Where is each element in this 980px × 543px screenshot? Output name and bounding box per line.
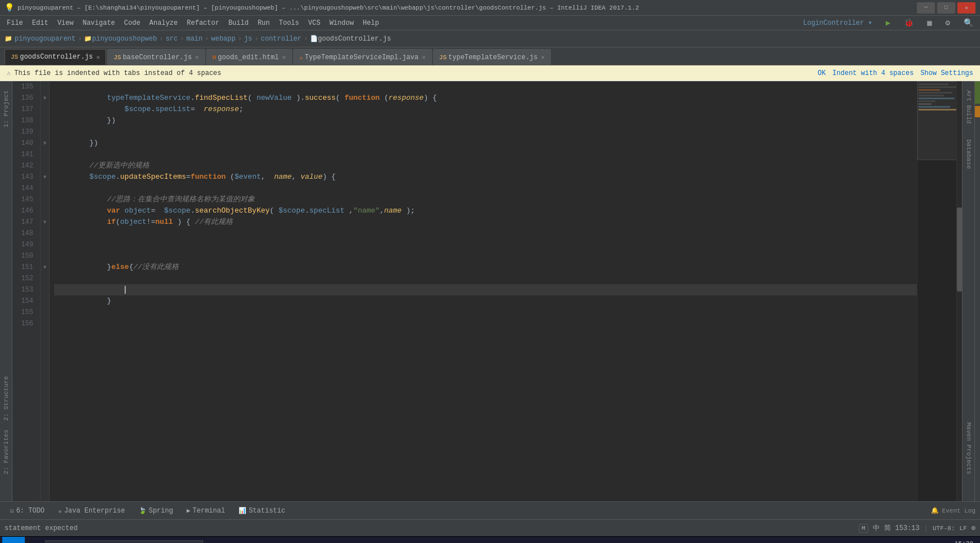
menu-view[interactable]: View: [53, 18, 78, 28]
menu-window[interactable]: Window: [325, 18, 358, 28]
taskbar-app2[interactable]: 🗂: [324, 537, 346, 544]
event-log-label[interactable]: Event Log: [942, 507, 975, 514]
status-position[interactable]: 153:13: [895, 524, 920, 532]
status-cjk: 中: [873, 523, 880, 533]
java-icon: ☕: [58, 507, 62, 514]
status-mode: M: [859, 524, 868, 533]
taskbar-explorer[interactable]: 📁: [205, 537, 228, 544]
left-panel-tabs: 1: Project 2: Structure 2: Favorites: [0, 81, 12, 501]
tab-typetemplate-impl[interactable]: ☕ TypeTemplateServiceImpl.java ✕: [293, 49, 432, 65]
menu-help[interactable]: Help: [358, 18, 383, 28]
menu-edit[interactable]: Edit: [28, 18, 53, 28]
notification-text: This file is indented with tabs instead …: [14, 69, 818, 77]
right-edge-strip: [974, 81, 980, 501]
title-text: pinyougouparent – [E:\shanghai34\pinyoug…: [17, 5, 639, 11]
notif-ok-link[interactable]: OK: [818, 69, 826, 77]
taskbar-app3[interactable]: 📊: [347, 537, 370, 544]
notif-icon: ⚠: [7, 69, 11, 77]
statistic-icon: 📊: [239, 507, 246, 514]
fold-gutter: ▼▼▼▼▼: [41, 81, 50, 501]
tab-typetemplate-service[interactable]: JS typeTemplateService.js ✕: [433, 49, 551, 65]
tab-spring[interactable]: 🍃 Spring: [133, 505, 179, 517]
taskbar-app6[interactable]: 🐦: [442, 537, 465, 544]
tab-close-typetemplate-service[interactable]: ✕: [541, 54, 545, 61]
menu-code[interactable]: Code: [120, 18, 145, 28]
menu-analyze[interactable]: Analyze: [145, 18, 182, 28]
minimize-button[interactable]: ─: [917, 2, 935, 14]
settings-button[interactable]: ⚙: [941, 17, 955, 29]
menu-tools[interactable]: Tools: [275, 18, 304, 28]
menu-bar: File Edit View Navigate Code Analyze Ref…: [0, 16, 980, 30]
run-config-selector[interactable]: LoginController ▾: [798, 17, 876, 28]
taskbar-intellij[interactable]: 🧠: [418, 537, 441, 544]
code-area[interactable]: typeTemplateService.findSpecList( newVal…: [50, 81, 917, 501]
taskbar-edge[interactable]: e: [229, 537, 251, 544]
search-everywhere-button[interactable]: 🔍: [959, 17, 978, 29]
nav-main[interactable]: main: [186, 35, 202, 43]
tab-java-enterprise[interactable]: ☕ Java Enterprise: [52, 505, 131, 517]
tab-todo[interactable]: ☑ 6: TODO: [5, 505, 50, 517]
taskbar-app4[interactable]: 🖥: [371, 537, 394, 544]
art-build-tab[interactable]: Art Build: [964, 86, 973, 128]
status-line-ending[interactable]: LF: [960, 525, 967, 532]
run-button[interactable]: ▶: [881, 17, 895, 29]
maven-projects-tab[interactable]: Maven Projects: [964, 418, 973, 479]
tab-bar: JS goodsController.js ✕ JS baseControlle…: [0, 47, 980, 65]
taskbar-search-icon[interactable]: [25, 537, 43, 544]
tab-close-typetemplate-impl[interactable]: ✕: [422, 54, 426, 61]
line-numbers: 1351361371381391401411421431441451461471…: [12, 81, 41, 501]
favorites-tab[interactable]: 2: Favorites: [2, 425, 11, 479]
clock: 15:38 2024/1/1: [942, 540, 978, 543]
todo-icon: ☑: [10, 507, 14, 514]
nav-pinyougoushopweb[interactable]: pinyougoushopweb: [92, 35, 157, 43]
nav-goodscontroller[interactable]: goodsController.js: [318, 35, 391, 43]
taskbar-media[interactable]: 🎵: [276, 537, 299, 544]
nav-src[interactable]: src: [166, 35, 178, 43]
menu-build[interactable]: Build: [224, 18, 253, 28]
tab-basecontroller[interactable]: JS baseController.js ✕: [107, 49, 205, 65]
nav-pinyougouparent[interactable]: pinyougouparent: [15, 35, 76, 43]
tab-goodscontroller[interactable]: JS goodsController.js ✕: [5, 49, 106, 65]
app-icon: 💡: [5, 3, 14, 12]
menu-file[interactable]: File: [2, 18, 28, 28]
menu-navigate[interactable]: Navigate: [78, 18, 120, 28]
tab-close-goodscontroller[interactable]: ✕: [96, 54, 100, 61]
start-button[interactable]: ⊞: [2, 537, 25, 544]
maximize-button[interactable]: □: [937, 2, 955, 14]
structure-tab[interactable]: 2: Structure: [2, 372, 11, 425]
nav-bar: 📁 pinyougouparent › 📁 pinyougoushopweb ›…: [0, 30, 980, 47]
nav-webapp[interactable]: webapp: [211, 35, 235, 43]
terminal-icon: ▶: [187, 507, 191, 514]
right-panel-tabs: Art Build Database Maven Projects: [962, 81, 974, 501]
menu-refactor[interactable]: Refactor: [182, 18, 224, 28]
minimap: [917, 81, 962, 501]
menu-run[interactable]: Run: [253, 18, 275, 28]
taskbar-chrome[interactable]: 🌐: [253, 537, 275, 544]
event-log-area: 🔔 Event Log: [931, 507, 975, 514]
title-bar: 💡 pinyougouparent – [E:\shanghai34\pinyo…: [0, 0, 980, 16]
notification-bar: ⚠ This file is indented with tabs instea…: [0, 65, 980, 81]
tab-statistic[interactable]: 📊 Statistic: [233, 505, 291, 517]
notification-actions: OK Indent with 4 spaces Show Settings: [818, 69, 973, 77]
nav-js[interactable]: js: [244, 35, 252, 43]
tab-goods-edit[interactable]: H goods_edit.html ✕: [206, 49, 292, 65]
database-tab[interactable]: Database: [964, 135, 973, 174]
taskbar-app1[interactable]: 💬: [300, 537, 323, 544]
menu-vcs[interactable]: VCS: [304, 18, 325, 28]
taskbar-search-bar[interactable]: 在这里输入您要搜索的内容: [45, 540, 203, 544]
notif-settings-link[interactable]: Show Settings: [920, 69, 973, 77]
status-encoding[interactable]: UTF-8:: [933, 525, 955, 532]
coverage-button[interactable]: ▦: [922, 17, 936, 29]
notif-indent-link[interactable]: Indent with 4 spaces: [832, 69, 913, 77]
debug-button[interactable]: 🐞: [899, 17, 918, 29]
tab-close-goods-edit[interactable]: ✕: [282, 54, 286, 61]
tab-terminal[interactable]: ▶ Terminal: [181, 505, 231, 517]
tab-close-basecontroller[interactable]: ✕: [195, 54, 199, 61]
taskbar-items: 📁 e 🌐 🎵 💬 🗂 📊 🖥 📝 🧠 🐦: [205, 537, 888, 544]
taskbar-app5[interactable]: 📝: [395, 537, 417, 544]
nav-controller[interactable]: controller: [261, 35, 302, 43]
project-tab[interactable]: 1: Project: [2, 86, 11, 132]
close-button[interactable]: ✕: [957, 2, 975, 14]
settings-gear-icon[interactable]: ⚙: [972, 524, 975, 532]
event-log-icon: 🔔: [931, 507, 939, 514]
